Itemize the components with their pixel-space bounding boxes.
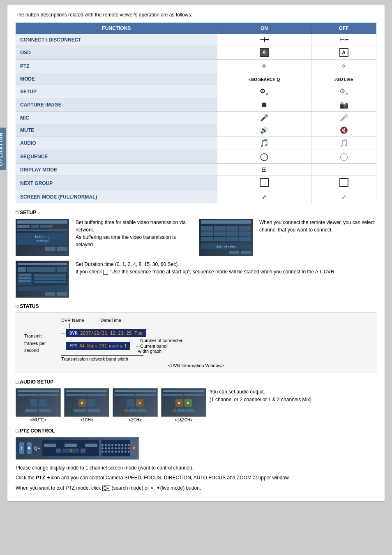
table-row: CONNECT / DISCONNECT ⊣━ ⊢━ bbox=[16, 34, 376, 46]
audio-setup-row: <MUTE> B <1CH> bbox=[16, 388, 376, 422]
mute-on-icon: 🔊 bbox=[260, 127, 268, 134]
func-on: 🎵 bbox=[217, 136, 311, 150]
audio-2ch-group: B <2CH> bbox=[113, 388, 158, 422]
func-label: MIC bbox=[16, 112, 217, 124]
audio-mute-group: <MUTE> bbox=[16, 388, 61, 422]
setup-row-1: bufferingsettings Set buffering time for… bbox=[16, 219, 376, 256]
ptz-on-icon: ✧ bbox=[261, 62, 267, 70]
audio-1ch-image: B bbox=[64, 388, 109, 417]
table-row: MIC 🎤 🎤 bbox=[16, 112, 376, 124]
func-label: OSD bbox=[16, 46, 217, 60]
seq-off-icon: ◯ bbox=[340, 153, 348, 161]
users-value: 1 bbox=[124, 343, 127, 349]
table-row: DISPLAY MODE ⊞ bbox=[16, 164, 376, 176]
func-label: CONNECT / DISCONNECT bbox=[16, 34, 217, 46]
func-on: ⚙⚙ bbox=[217, 85, 311, 98]
audio-1ch-label: <1CH> bbox=[80, 418, 93, 422]
func-label: CAPTURE IMAGE bbox=[16, 98, 217, 112]
kbps-value: 261 bbox=[99, 343, 107, 349]
audio-1ch-group: B <1CH> bbox=[64, 388, 109, 422]
connector-label: —Number of connecter bbox=[136, 338, 182, 343]
func-on: 🎤 bbox=[217, 112, 311, 124]
fps-label-val: FPS bbox=[69, 343, 78, 349]
mic-on-icon: 🎤 bbox=[260, 114, 268, 121]
capture-on-icon: ⏺ bbox=[261, 101, 268, 109]
func-on: ⤢ bbox=[217, 191, 311, 203]
func-label: MODE bbox=[16, 73, 217, 85]
func-label: NEXT GROUP bbox=[16, 176, 217, 191]
func-off: 🔇 bbox=[311, 124, 376, 136]
audio-header: AUDIO SETUP bbox=[16, 379, 376, 385]
table-row: SETUP ⚙⚙ ⚙⚙ bbox=[16, 85, 376, 98]
audio-2ch-image: B bbox=[113, 388, 158, 417]
setup-on-icon: ⚙⚙ bbox=[260, 88, 268, 95]
table-row: OSD A A bbox=[16, 46, 376, 60]
table-row: NEXT GROUP bbox=[16, 176, 376, 191]
func-off: 📷 bbox=[311, 98, 376, 112]
col-off: OFF bbox=[311, 23, 376, 34]
group-on-icon bbox=[260, 178, 269, 187]
table-row: PTZ ✧ ✧ bbox=[16, 60, 376, 73]
main-page: OPERATION The button descriptions relate… bbox=[7, 4, 385, 502]
audio-off-icon: 🎵 bbox=[339, 139, 348, 147]
audio-mute-label: <MUTE> bbox=[30, 418, 46, 422]
mute-off-icon: 🔇 bbox=[340, 127, 348, 134]
status-header: STATUS bbox=[16, 303, 376, 309]
func-on: «GO SEARCH Q bbox=[217, 73, 311, 85]
func-on: ◯ bbox=[217, 150, 311, 164]
func-off bbox=[311, 164, 376, 176]
ptz-dot-grid bbox=[101, 440, 130, 456]
osd-on-icon: A bbox=[260, 48, 269, 57]
setup-image-3 bbox=[16, 261, 69, 298]
osd-off-icon: A bbox=[339, 48, 348, 57]
func-off: ✧ bbox=[311, 60, 376, 73]
func-on: ✧ bbox=[217, 60, 311, 73]
setup-text-3: Set Duration time (0, 1, 2, 4, 8, 15, 30… bbox=[76, 261, 376, 275]
table-row: SEQUENCE ◯ ◯ bbox=[16, 150, 376, 164]
setup-image-2: channel select bbox=[199, 219, 253, 256]
ptz-text-1: Please change display mode to 1 channel … bbox=[16, 464, 376, 472]
intro-text: The button descriptions related with the… bbox=[16, 12, 376, 18]
functions-table: FUNCTIONS ON OFF CONNECT / DISCONNECT ⊣━… bbox=[16, 23, 376, 203]
func-on: A bbox=[217, 46, 311, 60]
func-label: DISPLAY MODE bbox=[16, 164, 217, 176]
func-off: ⚙⚙ bbox=[311, 85, 376, 98]
ptz-text-3: When you want to exit PTZ mode, click Q»… bbox=[16, 484, 376, 492]
mode-live-icon: »GO LIVE bbox=[334, 77, 353, 82]
users-label: users bbox=[109, 343, 122, 349]
func-off bbox=[311, 176, 376, 191]
audio-mute-image bbox=[16, 388, 61, 417]
func-off: ⤢ bbox=[311, 191, 376, 203]
func-label: SETUP bbox=[16, 85, 217, 98]
func-off: ⊢━ bbox=[311, 34, 376, 46]
seq-on-icon: ◯ bbox=[260, 153, 268, 161]
ptz-crosshair-icon: ✦ bbox=[27, 442, 32, 454]
func-on: ⊣━ bbox=[217, 34, 311, 46]
display-on-icon: ⊞ bbox=[261, 166, 267, 173]
audio-description: You can set audio output. (1 channel or … bbox=[210, 388, 376, 404]
func-on: ⊞ bbox=[217, 164, 311, 176]
setup-text-1: Set buffering time for stable video tran… bbox=[76, 219, 193, 248]
audio-mix-group: B B <1&2CH> bbox=[161, 388, 206, 422]
setup-row-2: Set Duration time (0, 1, 2, 4, 8, 15, 30… bbox=[16, 261, 376, 298]
group-off-icon bbox=[339, 178, 348, 187]
capture-off-icon: 📷 bbox=[339, 101, 348, 109]
func-off: ◯ bbox=[311, 150, 376, 164]
dvr-label: DVR bbox=[69, 331, 78, 336]
setup-text-2: When you connect the remote viewer, you … bbox=[259, 219, 376, 234]
ptz-off-icon: ✧ bbox=[341, 62, 347, 70]
screen-on-icon: ⤢ bbox=[262, 194, 267, 200]
bandwidth-label: —Current band- width graph bbox=[136, 344, 182, 354]
table-row: SCREEN MODE (FULL/NORMAL) ⤢ ⤢ bbox=[16, 191, 376, 203]
audio-mix-image: B B bbox=[161, 388, 206, 417]
status-diagram: DVR Name Date/Time Transmit frames per s… bbox=[16, 312, 376, 373]
func-label: SEQUENCE bbox=[16, 150, 217, 164]
fps-value: 84 bbox=[79, 343, 85, 349]
setup-image-1: bufferingsettings bbox=[16, 219, 69, 256]
ptz-arrow-icon: ↑ bbox=[19, 442, 24, 454]
datetime-label: Date/Time bbox=[101, 318, 121, 323]
ptz-zoom-label: Q» bbox=[34, 446, 40, 451]
table-row: MODE «GO SEARCH Q »GO LIVE bbox=[16, 73, 376, 85]
func-off: »GO LIVE bbox=[311, 73, 376, 85]
col-on: ON bbox=[217, 23, 311, 34]
